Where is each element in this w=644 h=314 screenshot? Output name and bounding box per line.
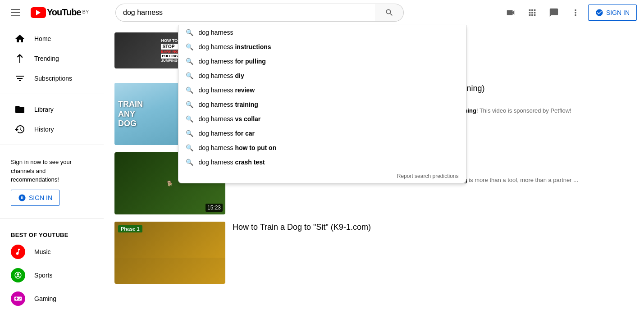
video-title-dog-sit[interactable]: How to Train a Dog to "Sit" (K9-1.com) (233, 222, 633, 233)
chat-icon (549, 8, 559, 18)
sign-in-sidebar-label: SIGN IN (29, 194, 52, 201)
autocomplete-text-7: dog harness for car (199, 130, 255, 137)
header-left: YouTube BY (7, 5, 115, 20)
sidebar-item-home[interactable]: Home (4, 29, 100, 49)
sidebar-divider-2 (0, 145, 104, 145)
search-suggest-icon-8: 🔍 (186, 144, 193, 151)
autocomplete-item-2[interactable]: 🔍 dog harness for pulling (178, 54, 466, 68)
autocomplete-text-6: dog harness vs collar (199, 115, 261, 123)
logo[interactable]: YouTube BY (31, 7, 89, 18)
best-of-label: BEST OF YOUTUBE (0, 228, 104, 240)
autocomplete-item-8[interactable]: 🔍 dog harness how to put on (178, 141, 466, 155)
sign-in-box: Sign in now to see your channels and rec… (0, 150, 104, 213)
trending-icon (14, 53, 25, 64)
autocomplete-item-9[interactable]: 🔍 dog harness crash test (178, 155, 466, 169)
music-category-icon (11, 245, 25, 259)
sign-in-header-button[interactable]: SIGN IN (588, 5, 637, 21)
search-wrapper (115, 4, 404, 22)
search-suggest-icon-2: 🔍 (186, 58, 193, 65)
menu-button[interactable] (7, 5, 23, 20)
music-label: Music (34, 248, 51, 255)
search-suggest-icon-3: 🔍 (186, 72, 193, 79)
sign-in-header-label: SIGN IN (606, 9, 630, 16)
category-news[interactable]: News (0, 310, 104, 314)
autocomplete-text-5: dog harness training (199, 101, 258, 108)
sidebar-divider-3 (0, 218, 104, 219)
logo-text: YouTube (47, 7, 81, 18)
video-duration-police-dog: 15:23 (206, 204, 223, 212)
search-suggest-icon-1: 🔍 (186, 43, 193, 50)
autocomplete-text-3: dog harness diy (199, 72, 244, 79)
subscriptions-icon (14, 73, 25, 84)
search-suggest-icon-6: 🔍 (186, 115, 193, 123)
video-item-dog-sit: Phase 1 How to Train a Dog to "Sit" (K9-… (114, 222, 633, 284)
autocomplete-text-9: dog harness crash test (199, 159, 265, 166)
autocomplete-item-6[interactable]: 🔍 dog harness vs collar (178, 112, 466, 126)
history-icon (14, 124, 25, 135)
category-music[interactable]: Music (0, 240, 104, 264)
autocomplete-text-0: dog harness (199, 29, 233, 36)
sidebar-item-library[interactable]: Library (4, 100, 100, 119)
sidebar: Home Trending Subscriptions Library (0, 25, 104, 314)
sidebar-item-trending[interactable]: Trending (4, 49, 100, 68)
desc-p4: is more than a tool, more than a partner… (467, 177, 578, 183)
sidebar-home-label: Home (34, 35, 51, 42)
sports-label: Sports (34, 272, 52, 279)
best-of-section: BEST OF YOUTUBE Music Sports (0, 224, 104, 314)
category-gaming[interactable]: Gaming (0, 287, 104, 310)
apps-icon (527, 8, 537, 18)
sports-category-icon (11, 268, 25, 282)
sidebar-item-subscriptions[interactable]: Subscriptions (4, 68, 100, 88)
search-suggest-icon-9: 🔍 (186, 159, 193, 166)
search-suggest-icon-0: 🔍 (186, 29, 193, 36)
sign-in-sidebar-button[interactable]: SIGN IN (11, 190, 59, 206)
header-right: SIGN IN (502, 4, 637, 22)
header: YouTube BY (0, 0, 644, 25)
sidebar-item-history[interactable]: History (4, 119, 100, 139)
search-button[interactable] (375, 4, 404, 22)
person-icon (595, 9, 603, 17)
sidebar-divider-1 (0, 94, 104, 94)
library-icon (14, 104, 25, 115)
autocomplete-dropdown: 🔍 dog harness 🔍 dog harness instructions… (178, 25, 466, 183)
autocomplete-item-0[interactable]: 🔍 dog harness (178, 25, 466, 40)
search-icon (385, 8, 394, 17)
autocomplete-text-8: dog harness how to put on (199, 144, 277, 151)
sign-in-prompt-text: Sign in now to see your channels and rec… (11, 158, 93, 184)
search-suggest-icon-4: 🔍 (186, 86, 193, 94)
sidebar-history-label: History (34, 126, 54, 133)
autocomplete-text-1: dog harness instructions (199, 43, 271, 50)
video-thumb-dog-sit[interactable]: Phase 1 (114, 222, 225, 284)
search-suggest-icon-5: 🔍 (186, 101, 193, 108)
logo-country: BY (82, 9, 89, 14)
sidebar-trending-label: Trending (34, 55, 59, 62)
video-camera-button[interactable] (502, 4, 520, 22)
search-suggest-icon-7: 🔍 (186, 130, 193, 137)
autocomplete-item-4[interactable]: 🔍 dog harness review (178, 83, 466, 97)
gaming-category-icon (11, 291, 25, 306)
sidebar-subscriptions-label: Subscriptions (34, 75, 72, 82)
video-info-dog-sit: How to Train a Dog to "Sit" (K9-1.com) (233, 222, 633, 284)
person-sidebar-icon (18, 194, 26, 202)
apps-grid-button[interactable] (523, 4, 541, 22)
sidebar-library-label: Library (34, 106, 54, 113)
report-predictions[interactable]: Report search predictions (178, 169, 466, 183)
youtube-logo-icon (31, 7, 46, 18)
desc-after-train-dog: ! This video is sponsored by Petflow! (476, 107, 571, 114)
category-sports[interactable]: Sports (0, 264, 104, 287)
autocomplete-text-4: dog harness review (199, 86, 255, 94)
autocomplete-item-7[interactable]: 🔍 dog harness for car (178, 126, 466, 141)
chat-button[interactable] (545, 4, 563, 22)
gaming-label: Gaming (34, 295, 56, 302)
video-camera-icon (506, 8, 516, 18)
autocomplete-item-3[interactable]: 🔍 dog harness diy (178, 68, 466, 83)
autocomplete-item-1[interactable]: 🔍 dog harness instructions (178, 40, 466, 54)
search-input[interactable] (115, 4, 375, 22)
more-vertical-icon (571, 8, 580, 18)
autocomplete-item-5[interactable]: 🔍 dog harness training (178, 97, 466, 112)
more-options-button[interactable] (566, 4, 585, 22)
autocomplete-text-2: dog harness for pulling (199, 58, 266, 65)
search-area (115, 4, 404, 22)
home-icon (14, 33, 25, 44)
